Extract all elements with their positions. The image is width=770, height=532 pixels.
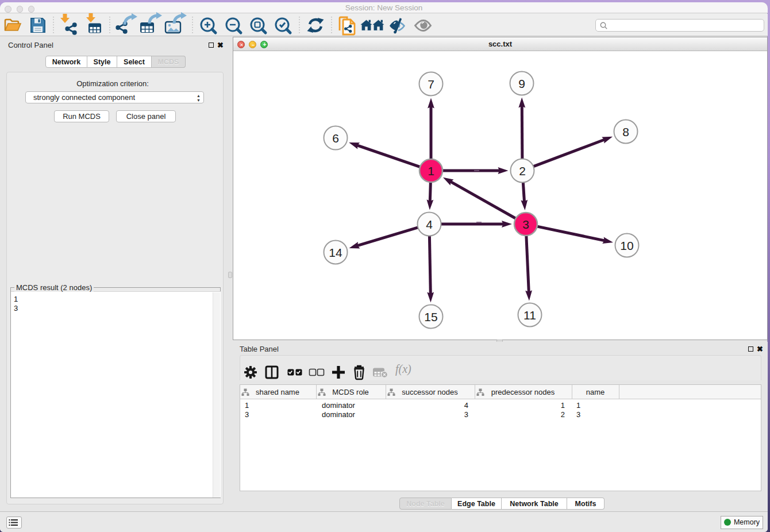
svg-text:4: 4 [426, 218, 433, 231]
svg-text:9: 9 [518, 77, 525, 90]
svg-text:14: 14 [329, 246, 342, 259]
svg-text:7: 7 [428, 78, 434, 91]
svg-text:11: 11 [523, 309, 536, 322]
svg-text:1: 1 [428, 164, 434, 178]
svg-text:10: 10 [620, 239, 633, 252]
svg-text:15: 15 [424, 310, 437, 323]
svg-text:2: 2 [519, 164, 526, 178]
svg-text:3: 3 [522, 218, 529, 231]
svg-text:6: 6 [332, 132, 339, 145]
svg-text:8: 8 [622, 125, 629, 138]
